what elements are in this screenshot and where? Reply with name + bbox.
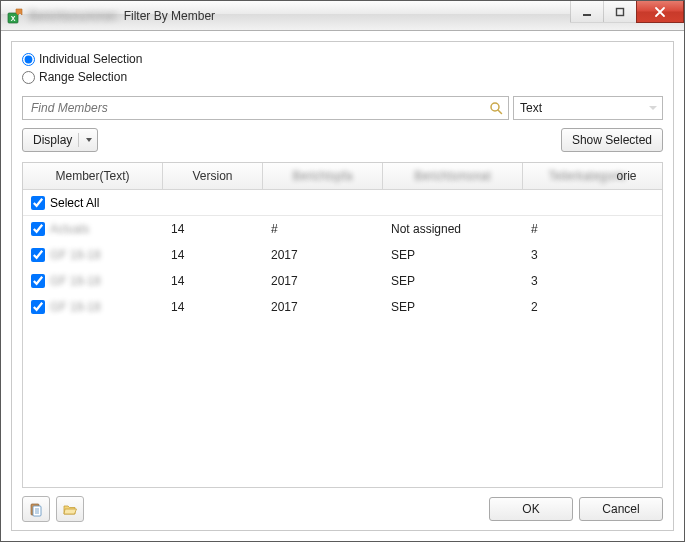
table-header: Member(Text) Version Berichtspfa Bericht… — [23, 163, 662, 190]
chevron-down-icon — [78, 133, 93, 147]
radio-individual-input[interactable] — [22, 53, 35, 66]
select-all-row[interactable]: Select All — [23, 190, 662, 216]
member-label: GF 16-18 — [50, 248, 101, 262]
window-title: Filter By Member — [124, 9, 215, 23]
header-col3[interactable]: Berichtspfa — [263, 163, 383, 189]
member-label: GF 16-18 — [50, 300, 101, 314]
toolbar: Display Show Selected — [22, 128, 663, 152]
search-input[interactable] — [29, 100, 488, 116]
header-version[interactable]: Version — [163, 163, 263, 189]
window-title-owner: Berichtsnummer: — [29, 9, 120, 23]
radio-individual-label: Individual Selection — [39, 52, 142, 66]
cell-col4: SEP — [383, 294, 523, 320]
svg-rect-3 — [617, 8, 624, 15]
cell-col5: # — [523, 216, 662, 242]
cell-col5: 2 — [523, 294, 662, 320]
table-row[interactable]: GF 16-18142017SEP3 — [23, 268, 662, 294]
svg-text:X: X — [11, 15, 16, 22]
close-button[interactable] — [636, 1, 684, 23]
row-checkbox[interactable] — [31, 274, 45, 288]
header-col5[interactable]: Teilerkategorieorie — [523, 163, 662, 189]
cell-col3: 2017 — [263, 294, 383, 320]
table-body: Select All Actuals14#Not assigned#GF 16-… — [23, 190, 662, 487]
cell-version: 14 — [163, 268, 263, 294]
radio-range-selection[interactable]: Range Selection — [22, 70, 663, 84]
radio-range-label: Range Selection — [39, 70, 127, 84]
cell-member: GF 16-18 — [23, 268, 163, 294]
select-all-label: Select All — [50, 196, 99, 210]
search-type-select[interactable]: Text — [513, 96, 663, 120]
ok-button[interactable]: OK — [489, 497, 573, 521]
row-checkbox[interactable] — [31, 248, 45, 262]
footer: OK Cancel — [22, 496, 663, 522]
show-selected-button[interactable]: Show Selected — [561, 128, 663, 152]
cancel-button[interactable]: Cancel — [579, 497, 663, 521]
titlebar: X Berichtsnummer: Filter By Member — [1, 1, 684, 31]
show-selected-label: Show Selected — [572, 133, 652, 147]
cell-member: GF 16-18 — [23, 242, 163, 268]
member-label: GF 16-18 — [50, 274, 101, 288]
display-button-label: Display — [33, 133, 72, 147]
cell-col4: SEP — [383, 242, 523, 268]
window-controls — [571, 1, 684, 30]
members-table: Member(Text) Version Berichtspfa Bericht… — [22, 162, 663, 488]
row-checkbox[interactable] — [31, 222, 45, 236]
cell-col3: 2017 — [263, 268, 383, 294]
cell-version: 14 — [163, 294, 263, 320]
row-checkbox[interactable] — [31, 300, 45, 314]
open-folder-button[interactable] — [56, 496, 84, 522]
cell-col3: # — [263, 216, 383, 242]
header-member[interactable]: Member(Text) — [23, 163, 163, 189]
paste-button[interactable] — [22, 496, 50, 522]
cell-member: GF 16-18 — [23, 294, 163, 320]
table-row[interactable]: GF 16-18142017SEP2 — [23, 294, 662, 320]
cell-col4: Not assigned — [383, 216, 523, 242]
cancel-button-label: Cancel — [602, 502, 639, 516]
search-type-label: Text — [520, 101, 542, 115]
svg-rect-2 — [583, 14, 591, 16]
header-col4[interactable]: Berichtsmonat — [383, 163, 523, 189]
app-icon: X — [7, 8, 23, 24]
cell-col4: SEP — [383, 268, 523, 294]
member-label: Actuals — [50, 222, 89, 236]
search-icon[interactable] — [488, 100, 504, 116]
table-row[interactable]: GF 16-18142017SEP3 — [23, 242, 662, 268]
table-row[interactable]: Actuals14#Not assigned# — [23, 216, 662, 242]
radio-individual-selection[interactable]: Individual Selection — [22, 52, 663, 66]
cell-col5: 3 — [523, 242, 662, 268]
search-row: Text — [22, 96, 663, 120]
cell-member: Actuals — [23, 216, 163, 242]
cell-col5: 3 — [523, 268, 662, 294]
cell-col3: 2017 — [263, 242, 383, 268]
maximize-button[interactable] — [603, 1, 637, 23]
ok-button-label: OK — [522, 502, 539, 516]
display-button[interactable]: Display — [22, 128, 98, 152]
cell-version: 14 — [163, 216, 263, 242]
search-box[interactable] — [22, 96, 509, 120]
select-all-checkbox[interactable] — [31, 196, 45, 210]
cell-version: 14 — [163, 242, 263, 268]
content-frame: Individual Selection Range Selection Tex… — [11, 41, 674, 531]
svg-line-5 — [498, 110, 502, 114]
minimize-button[interactable] — [570, 1, 604, 23]
radio-range-input[interactable] — [22, 71, 35, 84]
